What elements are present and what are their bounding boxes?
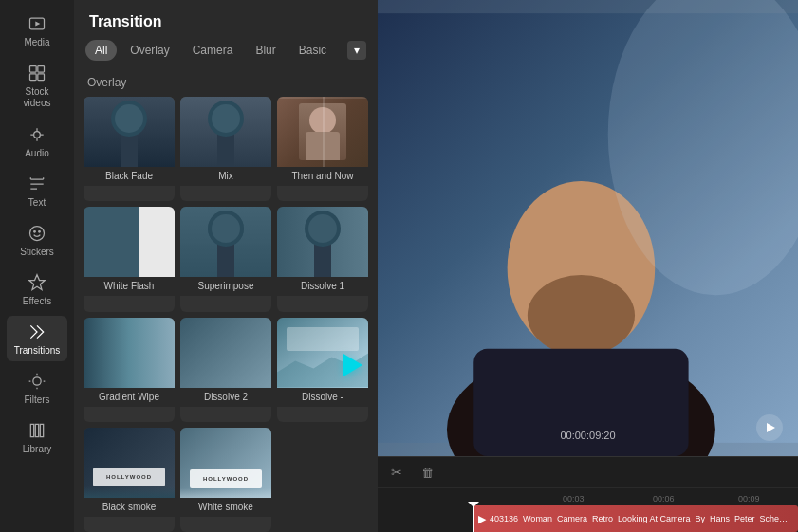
sidebar-item-audio-label: Audio xyxy=(25,148,49,158)
thumb-black-fade xyxy=(84,97,175,167)
sidebar-item-transitions-label: Transitions xyxy=(14,345,61,356)
ruler-mark-1: 00:03 xyxy=(563,494,585,504)
transition-panel: Transition All Overlay Camera Blur Basic… xyxy=(74,0,378,532)
timeline-track: ▶ 403136_Woman_Camera_Retro_Looking At C… xyxy=(378,505,798,532)
transition-label-white-smoke: White smoke xyxy=(180,498,271,517)
tab-overlay[interactable]: Overlay xyxy=(121,40,178,61)
cursor-arrow xyxy=(343,354,362,376)
svg-rect-5 xyxy=(38,74,45,81)
svg-rect-2 xyxy=(30,66,37,73)
sidebar-item-effects[interactable]: Effects xyxy=(7,266,67,312)
transition-card-black-smoke[interactable]: HOLLYWOOD Black smoke xyxy=(84,428,175,532)
effects-icon xyxy=(27,272,47,293)
svg-marker-1 xyxy=(35,22,40,27)
video-clip[interactable]: ▶ 403136_Woman_Camera_Retro_Looking At C… xyxy=(473,505,798,532)
thumb-dissolve-2 xyxy=(180,318,271,388)
preview-video xyxy=(378,0,798,456)
filters-icon xyxy=(27,371,47,392)
playhead[interactable] xyxy=(473,505,474,532)
sidebar-item-stock[interactable]: Stock videos xyxy=(7,57,67,115)
ruler-mark-3: 00:09 xyxy=(738,494,760,504)
transition-label-dissolve-1: Dissolve 1 xyxy=(277,277,368,296)
transition-label-black-smoke: Black smoke xyxy=(84,498,175,517)
media-icon xyxy=(27,13,47,34)
svg-marker-10 xyxy=(29,275,46,290)
transition-card-white-flash[interactable]: White Flash xyxy=(84,207,175,311)
timeline-ruler: 00:03 00:06 00:09 xyxy=(378,488,798,504)
transition-card-white-smoke[interactable]: HOLLYWOOD White smoke xyxy=(180,428,271,532)
timeline: ✂ 🗑 00:03 00:06 00:09 ▶ 403136_Woman_Cam… xyxy=(378,456,798,532)
stock-icon xyxy=(27,63,47,83)
thumb-then-and-now xyxy=(277,97,368,167)
preview-timestamp: 00:00:09:20 xyxy=(560,430,615,441)
transition-card-gradient-wipe[interactable]: Gradient Wipe xyxy=(84,318,175,422)
video-clip-label: 403136_Woman_Camera_Retro_Looking At Cam… xyxy=(490,514,792,523)
sidebar-item-library-label: Library xyxy=(23,444,52,454)
panel-title: Transition xyxy=(74,0,378,40)
ruler-mark-2: 00:06 xyxy=(653,494,675,504)
sidebar-item-media-label: Media xyxy=(24,37,49,47)
svg-point-11 xyxy=(33,377,41,385)
transition-label-superimpose: Superimpose xyxy=(180,277,271,296)
thumb-white-smoke: HOLLYWOOD xyxy=(180,428,271,498)
timeline-content: 00:03 00:06 00:09 ▶ 403136_Woman_Camera_… xyxy=(378,488,798,532)
transition-card-mix[interactable]: Mix xyxy=(180,97,271,201)
preview-area: 00:00:09:20 xyxy=(378,0,798,456)
clip-icon: ▶ xyxy=(478,513,486,525)
right-area: 00:00:09:20 ✂ 🗑 00:03 00:06 00:09 ▶ 4031… xyxy=(378,0,798,532)
transition-label-mix: Mix xyxy=(180,167,271,186)
svg-point-9 xyxy=(39,231,41,233)
svg-point-7 xyxy=(30,227,45,241)
transition-card-black-fade[interactable]: Black Fade xyxy=(84,97,175,201)
tab-basic[interactable]: Basic xyxy=(289,40,336,61)
transition-label-dissolve-3: Dissolve - xyxy=(277,388,368,407)
sidebar-item-audio[interactable]: Audio xyxy=(7,119,67,164)
svg-point-6 xyxy=(34,132,41,138)
transitions-grid: Black Fade Mix Then and Now xyxy=(74,97,378,532)
tab-more-button[interactable]: ▾ xyxy=(347,41,366,60)
stickers-icon xyxy=(27,223,47,244)
play-button[interactable] xyxy=(756,414,783,441)
svg-rect-4 xyxy=(30,74,37,81)
thumb-dissolve-3 xyxy=(277,318,368,388)
sidebar-item-filters[interactable]: Filters xyxy=(7,365,67,411)
transition-card-dissolve-2[interactable]: Dissolve 2 xyxy=(180,318,271,422)
svg-rect-3 xyxy=(38,66,45,73)
transition-card-then-and-now[interactable]: Then and Now xyxy=(277,97,368,201)
transition-label-then-and-now: Then and Now xyxy=(277,167,368,186)
tab-blur[interactable]: Blur xyxy=(246,40,285,61)
transition-card-dissolve-1[interactable]: Dissolve 1 xyxy=(277,207,368,311)
sidebar-item-library[interactable]: Library xyxy=(7,414,67,460)
sidebar-item-text-label: Text xyxy=(28,197,46,208)
sidebar-item-stock-label: Stock videos xyxy=(10,86,64,109)
sidebar-item-filters-label: Filters xyxy=(24,394,49,405)
text-icon xyxy=(27,174,47,194)
split-button[interactable]: ✂ xyxy=(385,461,408,484)
sidebar-item-transitions[interactable]: Transitions xyxy=(7,316,67,361)
transition-label-white-flash: White Flash xyxy=(84,277,175,296)
sidebar-item-media[interactable]: Media xyxy=(7,8,67,53)
transition-card-superimpose[interactable]: Superimpose xyxy=(180,207,271,311)
tab-all[interactable]: All xyxy=(85,40,117,61)
thumb-white-flash xyxy=(84,207,175,277)
thumb-black-smoke: HOLLYWOOD xyxy=(84,428,175,498)
sidebar-item-stickers-label: Stickers xyxy=(20,247,54,257)
delete-button[interactable]: 🗑 xyxy=(416,461,438,484)
sidebar-item-effects-label: Effects xyxy=(23,296,51,306)
thumb-mix xyxy=(180,97,271,167)
thumb-gradient-wipe xyxy=(84,318,175,388)
sidebar: Media Stock videos Audio xyxy=(0,0,74,532)
sidebar-item-stickers[interactable]: Stickers xyxy=(7,217,67,263)
svg-point-8 xyxy=(34,231,36,233)
svg-point-16 xyxy=(528,275,635,356)
transition-label-dissolve-2: Dissolve 2 xyxy=(180,388,271,407)
library-icon xyxy=(27,420,47,441)
section-label: Overlay xyxy=(74,70,378,97)
transitions-icon xyxy=(27,321,47,342)
transition-label-gradient-wipe: Gradient Wipe xyxy=(84,388,175,407)
transition-card-dissolve-3[interactable]: Dissolve - xyxy=(277,318,368,422)
sidebar-item-text[interactable]: Text xyxy=(7,168,67,213)
timeline-toolbar: ✂ 🗑 xyxy=(378,457,798,488)
tab-camera[interactable]: Camera xyxy=(183,40,243,61)
tabs-row: All Overlay Camera Blur Basic ▾ xyxy=(74,40,378,70)
